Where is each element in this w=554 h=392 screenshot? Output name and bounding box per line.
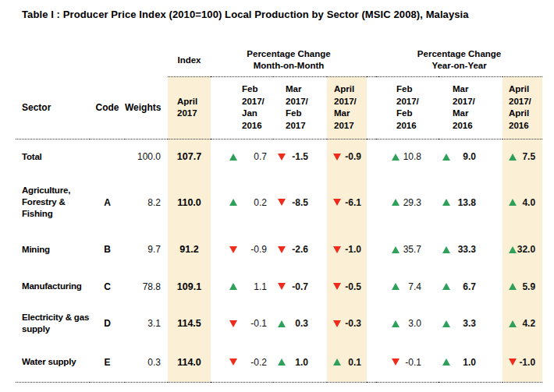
change-value: 0.2	[254, 197, 267, 208]
yoy-feb-cell: 29.3	[376, 175, 439, 230]
index-period-header: April 2017	[168, 76, 211, 139]
yoy-mar-cell: 33.3	[439, 230, 503, 269]
column-header-row: Sector Code Weights April 2017 Feb 2017/…	[16, 76, 542, 139]
trend-icon	[509, 246, 517, 253]
change-value: -1.5	[292, 151, 308, 162]
change-value: 32.0	[517, 244, 535, 255]
change-value: 1.0	[295, 357, 308, 368]
change-value: -2.6	[292, 244, 308, 255]
ppi-table: Index Percentage Change Month-on-Month P…	[16, 44, 542, 383]
change-value: 3.3	[463, 318, 476, 329]
trend-icon	[392, 283, 400, 290]
change-value: -0.9	[250, 244, 267, 255]
row-gap	[367, 343, 376, 382]
trend-icon	[442, 199, 450, 206]
yoy-apr-cell: 4.0	[503, 175, 542, 230]
yoy-mar-cell: 13.8	[439, 175, 503, 230]
change-value: 4.0	[522, 197, 535, 208]
change-value: -0.1	[405, 357, 421, 368]
mom-mar-header: Mar 2017/ Feb 2017	[273, 76, 327, 139]
sector-cell: Mining	[16, 230, 90, 269]
yoy-group-header: Percentage Change Year-on-Year	[376, 44, 542, 76]
yoy-mar-cell: 3.3	[439, 304, 503, 343]
mom-apr-cell: 0.1	[327, 343, 367, 382]
yoy-apr-cell: 4.2	[503, 304, 542, 343]
code-cell: D	[90, 304, 125, 343]
change-value: 13.8	[458, 197, 476, 208]
trend-icon	[392, 246, 400, 253]
index-cell: 114.5	[168, 304, 211, 343]
mom-feb-cell: 0.7	[211, 139, 273, 175]
trend-icon	[229, 320, 237, 327]
mom-mar-cell: -0.7	[273, 269, 327, 304]
table-row-water-supply: Water supply E 0.3 114.0 -0.2 1.0 0.1 -0…	[16, 343, 542, 382]
index-cell: 91.2	[168, 230, 211, 269]
mom-apr-header: April 2017/ Mar 2017	[327, 76, 367, 139]
change-value: -6.1	[345, 197, 361, 208]
mom-apr-cell: -0.9	[327, 139, 367, 175]
trend-icon	[333, 358, 341, 366]
mom-mar-cell: 1.0	[273, 343, 327, 382]
trend-icon	[442, 320, 450, 327]
trend-icon	[278, 283, 286, 290]
index-cell: 110.0	[168, 175, 211, 230]
yoy-feb-cell: 10.8	[376, 139, 439, 175]
change-value: -0.2	[250, 357, 267, 368]
change-value: 5.9	[522, 281, 535, 292]
yoy-feb-cell: 35.7	[376, 230, 439, 269]
change-value: -0.7	[292, 281, 308, 292]
row-gap	[367, 139, 376, 175]
mom-mar-cell: -8.5	[273, 175, 327, 230]
index-cell: 107.7	[168, 139, 211, 175]
change-value: 0.3	[295, 318, 308, 329]
mom-group-header: Percentage Change Month-on-Month	[211, 44, 367, 76]
table-row-manufacturing: Manufacturing C 78.8 109.1 1.1 -0.7 -0.5…	[16, 269, 542, 304]
trend-icon	[509, 199, 517, 206]
weights-cell: 9.7	[125, 230, 168, 269]
weights-cell: 0.3	[125, 343, 168, 382]
trend-icon	[442, 283, 450, 290]
weights-cell: 3.1	[125, 304, 168, 343]
trend-icon	[333, 283, 341, 290]
trend-icon	[278, 320, 286, 327]
header-gap	[367, 76, 376, 139]
change-value: 7.4	[408, 281, 421, 292]
change-value: 10.8	[403, 151, 421, 162]
group-header-spacer	[16, 44, 168, 76]
trend-icon	[442, 246, 450, 253]
change-value: 4.2	[522, 318, 535, 329]
yoy-apr-cell: 7.5	[503, 139, 542, 175]
code-cell: B	[90, 230, 125, 269]
mom-apr-cell: -0.3	[327, 304, 367, 343]
weights-column-header: Weights	[125, 76, 168, 139]
code-cell: C	[90, 269, 125, 304]
code-column-header: Code	[90, 76, 125, 139]
yoy-apr-cell: 32.0	[503, 230, 542, 269]
trend-icon	[392, 320, 400, 327]
change-value: -0.3	[345, 318, 361, 329]
trend-icon	[278, 246, 286, 253]
sector-cell: Electricity & gas supply	[16, 304, 90, 343]
yoy-mar-cell: 6.7	[439, 269, 503, 304]
table-row-electricity-gas: Electricity & gas supply D 3.1 114.5 -0.…	[16, 304, 542, 343]
mom-mar-cell: -1.5	[273, 139, 327, 175]
report-page: Table I : Producer Price Index (2010=100…	[0, 0, 554, 392]
trend-icon	[509, 358, 517, 366]
change-value: 1.1	[254, 281, 267, 292]
mom-feb-cell: -0.2	[211, 343, 273, 382]
table-row-mining: Mining B 9.7 91.2 -0.9 -2.6 -1.0 35.7 33…	[16, 230, 542, 269]
sector-cell: Agriculture, Forestry & Fishing	[16, 175, 90, 230]
sector-cell: Water supply	[16, 343, 90, 382]
code-cell: E	[90, 343, 125, 382]
change-value: 7.5	[522, 151, 535, 162]
trend-icon	[333, 246, 341, 253]
mom-apr-cell: -6.1	[327, 175, 367, 230]
yoy-mar-cell: 1.0	[439, 343, 503, 382]
row-gap	[367, 269, 376, 304]
trend-icon	[229, 358, 237, 366]
sector-cell: Manufacturing	[16, 269, 90, 304]
change-value: 35.7	[403, 244, 421, 255]
change-value: 1.0	[463, 357, 476, 368]
trend-icon	[509, 154, 517, 161]
mom-feb-cell: -0.9	[211, 230, 273, 269]
